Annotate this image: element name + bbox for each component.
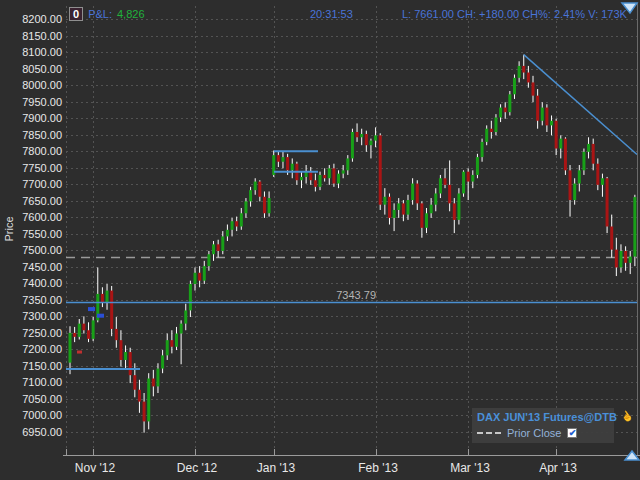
- candle-up: [69, 333, 72, 363]
- candle-down: [101, 294, 104, 303]
- horizontal-line-price-label[interactable]: 7343.79: [300, 289, 376, 301]
- y-axis-label: 7400.00: [0, 277, 62, 289]
- candle-up: [147, 378, 150, 421]
- candle-up: [457, 193, 460, 219]
- candle-up: [231, 221, 234, 230]
- position-badge[interactable]: 0: [69, 7, 83, 21]
- y-axis-label: 7650.00: [0, 195, 62, 207]
- order-marker[interactable]: [88, 307, 95, 311]
- candle-down: [365, 134, 368, 145]
- candle-up: [462, 172, 465, 194]
- candle-up: [240, 213, 243, 226]
- x-axis-label: Mar '13: [440, 461, 500, 475]
- candle-up: [337, 174, 340, 184]
- y-axis-label: 7000.00: [0, 409, 62, 421]
- trading-chart-panel: Price 8200.008150.008100.008050.008000.0…: [0, 0, 640, 480]
- x-axis-label: Jan '13: [246, 461, 306, 475]
- candle-down: [490, 129, 493, 132]
- y-axis-label: 7500.00: [0, 244, 62, 256]
- candle-down: [119, 340, 122, 360]
- candle-up: [212, 244, 215, 254]
- candle-up: [281, 157, 284, 162]
- candle-up: [425, 213, 428, 228]
- candle-up: [476, 157, 479, 175]
- candle-down: [332, 168, 335, 183]
- candle-up: [393, 210, 396, 218]
- candle-up: [499, 108, 502, 118]
- candle-up: [587, 144, 590, 152]
- down-trendline[interactable]: [524, 55, 637, 155]
- candle-down: [263, 197, 266, 214]
- candle-up: [513, 78, 516, 95]
- prior-close-line-sample: [477, 432, 501, 434]
- candle-up: [78, 324, 81, 337]
- candle-up: [508, 94, 511, 112]
- candle-up: [434, 193, 437, 204]
- candle-up: [203, 266, 206, 281]
- y-axis-label: 8000.00: [0, 79, 62, 91]
- candle-up: [518, 66, 521, 78]
- legend-box[interactable]: DAX JUN'13 Futures@DTB ☝ Prior Close ✔: [472, 408, 614, 443]
- candle-down: [356, 132, 359, 137]
- candle-up: [180, 324, 183, 334]
- candle-down: [133, 375, 136, 390]
- candle-down: [235, 221, 238, 226]
- candle-up: [184, 310, 187, 323]
- candle-up: [578, 170, 581, 183]
- prior-close-label: Prior Close: [507, 427, 561, 439]
- order-marker[interactable]: [97, 314, 104, 318]
- y-axis-label: 7700.00: [0, 178, 62, 190]
- candle-up: [541, 108, 544, 121]
- candle-down: [615, 250, 618, 268]
- candle-up: [633, 197, 636, 256]
- clock-time: 20:31:53: [310, 8, 353, 20]
- candle-up: [328, 168, 331, 178]
- y-axis-label: 7750.00: [0, 162, 62, 174]
- candle-up: [319, 175, 322, 187]
- y-axis-label: 7550.00: [0, 228, 62, 240]
- candle-up: [291, 164, 294, 171]
- candle-down: [309, 172, 312, 181]
- y-axis-label: 7850.00: [0, 129, 62, 141]
- legend-symbol-title[interactable]: DAX JUN'13 Futures@DTB: [477, 411, 617, 423]
- y-axis-label: 7950.00: [0, 96, 62, 108]
- candle-up: [268, 198, 271, 213]
- candle-down: [420, 203, 423, 227]
- pnl-value: 4,826: [117, 8, 145, 20]
- candle-down: [536, 96, 539, 121]
- y-axis-label: 7100.00: [0, 376, 62, 388]
- candle-down: [129, 352, 132, 375]
- y-axis-label: 7300.00: [0, 310, 62, 322]
- prior-close-checkbox[interactable]: ✔: [567, 428, 577, 438]
- candle-down: [258, 182, 261, 197]
- candle-up: [342, 170, 345, 173]
- y-axis-label: 8100.00: [0, 46, 62, 58]
- candle-up: [156, 369, 159, 387]
- candle-down: [277, 155, 280, 162]
- candle-up: [485, 129, 488, 142]
- candle-up: [226, 230, 229, 237]
- candle-down: [115, 329, 118, 340]
- candle-up: [124, 352, 127, 360]
- y-axis-label: 7350.00: [0, 294, 62, 306]
- candle-up: [92, 320, 95, 339]
- order-marker[interactable]: [77, 351, 82, 354]
- y-axis-label: 7600.00: [0, 211, 62, 223]
- candle-up: [406, 200, 409, 215]
- candle-down: [564, 139, 567, 171]
- candle-down: [555, 121, 558, 149]
- y-axis-label: 8150.00: [0, 30, 62, 42]
- candle-up: [471, 175, 474, 182]
- candle-down: [73, 333, 76, 337]
- candle-down: [379, 135, 382, 204]
- candle-down: [527, 73, 530, 83]
- candle-down: [522, 66, 525, 73]
- candle-up: [494, 117, 497, 132]
- candle-down: [152, 378, 155, 386]
- candle-up: [300, 177, 303, 180]
- y-axis-label: 7900.00: [0, 112, 62, 124]
- candle-down: [545, 108, 548, 126]
- candle-up: [411, 184, 414, 201]
- candle-up: [360, 134, 363, 137]
- pnl-label: P&L:: [88, 8, 112, 20]
